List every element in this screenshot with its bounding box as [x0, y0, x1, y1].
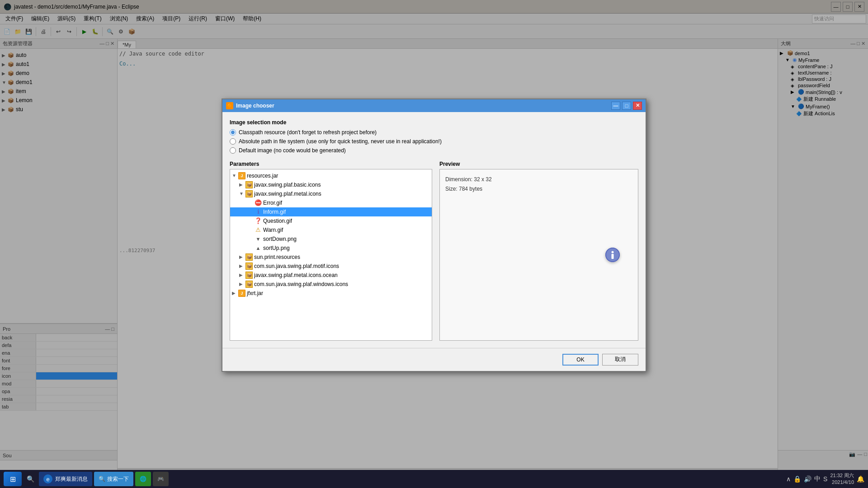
modal-overlay: 🔶 Image chooser — □ ✕ Image selection mo…: [0, 0, 868, 470]
parameters-label: Parameters: [230, 161, 432, 167]
icon-question-gif: ❓: [255, 217, 262, 225]
icon-warn-gif: ⚠: [255, 226, 262, 234]
label-sortup-png: sortUp.png: [263, 245, 290, 251]
search-button[interactable]: 🔍: [24, 472, 37, 486]
tray-time-text: 21:32 周六: [830, 472, 854, 479]
label-sun-print: sun.print.resources: [254, 254, 300, 260]
arrow-sun-print[interactable]: ▶: [239, 254, 245, 259]
label-error-gif: Error.gif: [263, 200, 282, 206]
dialog-restore-btn[interactable]: □: [622, 102, 631, 110]
search-taskbar-icon: 🔍: [27, 475, 34, 483]
label-basic-icons: javax.swing.plaf.basic.icons: [254, 182, 321, 188]
dialog-buttons: OK 取消: [222, 348, 646, 371]
dialog-titlebar: 🔶 Image chooser — □ ✕: [222, 99, 646, 112]
label-ocean-icons: javax.swing.plaf.metal.icons.ocean: [254, 272, 338, 278]
taskbar-app-search[interactable]: 🔍 搜索一下: [94, 472, 133, 486]
search-btn-icon: 🔍: [99, 476, 105, 482]
param-windows-icons[interactable]: ▶ 📦 com.sun.java.swing.plaf.windows.icon…: [230, 280, 432, 289]
dialog-title-icon: 🔶: [226, 102, 233, 109]
param-sun-print[interactable]: ▶ 📦 sun.print.resources: [230, 253, 432, 262]
ok-button[interactable]: OK: [562, 354, 599, 366]
arrow-basic[interactable]: ▶: [239, 182, 245, 187]
param-inform-gif[interactable]: ℹ Inform.gif: [230, 207, 432, 216]
tray-lang[interactable]: 中: [814, 475, 821, 483]
preview-svg: [605, 248, 620, 262]
tray-arrow[interactable]: ∧: [786, 475, 791, 483]
tray-network[interactable]: 🔒: [793, 475, 801, 483]
arrow-ocean[interactable]: ▶: [239, 272, 245, 277]
pkg-icon-basic: 📦: [245, 181, 253, 188]
param-sortup-png[interactable]: ▲ sortUp.png: [230, 244, 432, 253]
tray-antivirus[interactable]: S: [823, 475, 827, 483]
radio-absolute[interactable]: [230, 138, 236, 145]
radio-absolute-label: Absolute path in file system (use only f…: [239, 138, 442, 145]
ie-label: 郑爽最新消息: [55, 475, 88, 483]
start-button[interactable]: ⊞: [4, 472, 22, 486]
taskbar-app-browser[interactable]: 🌐: [135, 472, 151, 486]
cancel-button[interactable]: 取消: [602, 354, 638, 366]
label-motif-icons: com.sun.java.swing.plaf.motif.icons: [254, 263, 339, 269]
param-ocean-icons[interactable]: ▶ 📦 javax.swing.plaf.metal.icons.ocean: [230, 271, 432, 280]
arrow-metal[interactable]: ▼: [239, 191, 245, 196]
tray-speaker[interactable]: 🔊: [804, 475, 811, 483]
radio-default[interactable]: [230, 147, 236, 154]
preview-image: [605, 248, 620, 262]
arrow-windows[interactable]: ▶: [239, 282, 245, 286]
param-warn-gif[interactable]: ⚠ Warn.gif: [230, 225, 432, 235]
taskbar-app-game[interactable]: 🎮: [153, 472, 169, 486]
game-icon: 🎮: [157, 476, 164, 482]
preview-content-area: Dimension: 32 x 32 Size: 784 bytes: [439, 169, 638, 341]
image-chooser-dialog: 🔶 Image chooser — □ ✕ Image selection mo…: [222, 99, 646, 372]
svg-rect-2: [612, 254, 614, 259]
dialog-close-btn[interactable]: ✕: [633, 102, 642, 110]
preview-dimension: Dimension: 32 x 32: [445, 175, 492, 185]
icon-sortup: ▲: [255, 244, 262, 252]
parameters-panel: Parameters ▼ J resources.jar ▶ 📦 java: [230, 161, 432, 341]
tray-notifications[interactable]: 🔔: [857, 475, 864, 483]
preview-panel: Preview Dimension: 32 x 32 Size: 784 byt…: [439, 161, 638, 341]
param-resources-jar[interactable]: ▼ J resources.jar: [230, 171, 432, 180]
radio-item-default[interactable]: Default image (no code would be generate…: [230, 147, 638, 154]
dialog-body: Image selection mode Classpath resource …: [222, 112, 646, 348]
preview-label-text: Preview: [439, 161, 638, 167]
taskbar-app-ie[interactable]: e 郑爽最新消息: [39, 472, 92, 486]
radio-default-label: Default image (no code would be generate…: [239, 147, 346, 154]
label-sortdown-png: sortDown.png: [263, 236, 297, 242]
icon-inform-gif: ℹ: [255, 208, 262, 216]
label-question-gif: Question.gif: [263, 218, 292, 224]
radio-item-absolute[interactable]: Absolute path in file system (use only f…: [230, 138, 638, 145]
param-question-gif[interactable]: ❓ Question.gif: [230, 216, 432, 225]
param-sortdown-png[interactable]: ▼ sortDown.png: [230, 235, 432, 244]
icon-error-gif: ⛔: [255, 199, 262, 206]
radio-classpath[interactable]: [230, 129, 236, 136]
param-metal-icons[interactable]: ▼ 📦 javax.swing.plaf.metal.icons: [230, 189, 432, 198]
dialog-title-text: Image chooser: [236, 103, 274, 109]
pkg-icon-ocean: 📦: [245, 272, 253, 279]
parameters-tree[interactable]: ▼ J resources.jar ▶ 📦 javax.swing.plaf.b…: [230, 169, 432, 341]
label-windows-icons: com.sun.java.swing.plaf.windows.icons: [254, 281, 348, 287]
pkg-icon-metal: 📦: [245, 190, 253, 197]
label-inform-gif: Inform.gif: [263, 209, 286, 215]
search-label: 搜索一下: [107, 475, 129, 483]
param-motif-icons[interactable]: ▶ 📦 com.sun.java.swing.plaf.motif.icons: [230, 262, 432, 271]
arrow-motif[interactable]: ▶: [239, 263, 245, 268]
pkg-icon-windows: 📦: [245, 281, 253, 288]
dialog-minimize-btn[interactable]: —: [611, 102, 620, 110]
arrow-jfxrt[interactable]: ▶: [232, 291, 238, 296]
pkg-icon-sun: 📦: [245, 253, 253, 261]
jar-icon-jfxrt: J: [238, 290, 245, 297]
param-jfxrt-jar[interactable]: ▶ J jfxrt.jar: [230, 289, 432, 298]
label-jfxrt-jar: jfxrt.jar: [247, 290, 263, 296]
arrow-resources[interactable]: ▼: [232, 173, 238, 178]
radio-item-classpath[interactable]: Classpath resource (don't forget to refr…: [230, 129, 638, 136]
label-metal-icons: javax.swing.plaf.metal.icons: [254, 191, 321, 197]
preview-meta-info: Dimension: 32 x 32 Size: 784 bytes: [445, 175, 492, 194]
tray-clock[interactable]: 21:32 周六 2021/4/10: [830, 472, 854, 486]
pkg-icon-motif: 📦: [245, 263, 253, 270]
param-error-gif[interactable]: ⛔ Error.gif: [230, 198, 432, 207]
dialog-icon-symbol: 🔶: [227, 103, 232, 108]
dialog-main-content: Parameters ▼ J resources.jar ▶ 📦 java: [230, 161, 638, 341]
browser-icon: 🌐: [140, 476, 146, 482]
selection-mode-title: Image selection mode: [230, 119, 638, 126]
param-basic-icons[interactable]: ▶ 📦 javax.swing.plaf.basic.icons: [230, 180, 432, 189]
